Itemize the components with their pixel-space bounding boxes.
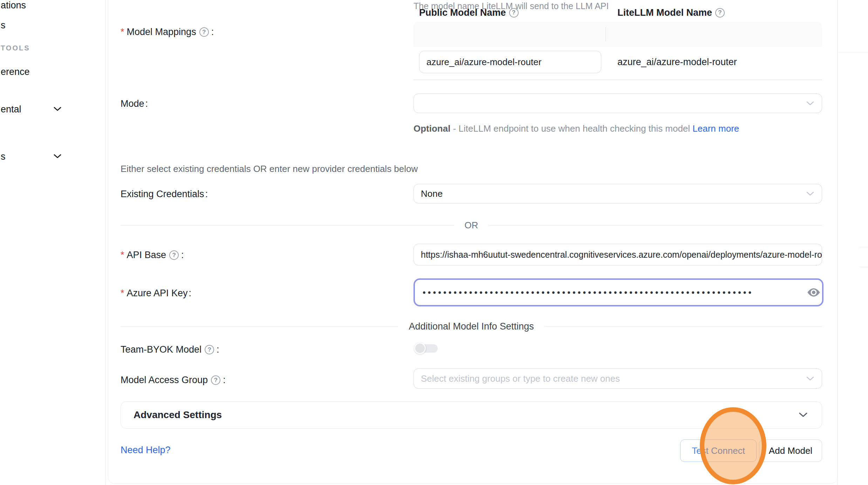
azure-api-key-label: * Azure API Key : (121, 288, 191, 299)
chevron-down-icon[interactable] (53, 106, 62, 112)
sidebar-item-clipped-2[interactable]: s (1, 20, 6, 31)
required-asterisk: * (121, 288, 124, 299)
mode-label: Mode : (121, 98, 148, 109)
chevron-down-icon (806, 191, 814, 196)
sidebar-item-clipped-5[interactable]: s (1, 151, 6, 162)
required-asterisk: * (121, 27, 124, 37)
toggle-knob (414, 342, 426, 354)
help-circle-icon[interactable]: ? (169, 250, 179, 260)
public-model-name-input[interactable]: azure_ai/azure-model-router (419, 51, 601, 73)
add-model-button[interactable]: Add Model (759, 439, 822, 462)
info-settings-divider: Additional Model Info Settings (121, 321, 822, 332)
existing-credentials-label: Existing Credentials : (121, 189, 208, 200)
info-settings-divider-text: Additional Model Info Settings (409, 321, 534, 332)
model-access-group-select[interactable]: Select existing groups or type to create… (414, 368, 822, 389)
chevron-down-icon (806, 376, 814, 381)
learn-more-link[interactable]: Learn more (692, 123, 739, 134)
model-access-group-label: Model Access Group ? : (121, 375, 226, 386)
azure-api-key-input[interactable]: ••••••••••••••••••••••••••••••••••••••••… (414, 278, 823, 306)
chevron-down-icon (799, 412, 808, 418)
sidebar-item-clipped-3[interactable]: erence (1, 67, 30, 77)
table-row-divider (414, 79, 822, 80)
help-circle-icon[interactable]: ? (211, 375, 220, 385)
advanced-settings-title: Advanced Settings (134, 409, 799, 421)
existing-credentials-select[interactable]: None (414, 184, 822, 203)
team-byok-toggle[interactable] (414, 342, 439, 355)
mode-help-text: Optional - LiteLLM endpoint to use when … (414, 122, 757, 136)
need-help-link[interactable]: Need Help? (121, 445, 171, 456)
api-base-label: * API Base ? : (121, 250, 184, 261)
litellm-model-name-value: azure_ai/azure-model-router (617, 57, 737, 68)
masked-api-key: ••••••••••••••••••••••••••••••••••••••••… (423, 278, 753, 306)
chevron-down-icon[interactable] (53, 153, 62, 159)
help-circle-icon[interactable]: ? (715, 8, 725, 18)
model-mappings-label: * Model Mappings ? : (121, 27, 214, 37)
column-separator (606, 27, 606, 41)
background-row-line (859, 267, 868, 267)
column-header-public-model-name: Public Model Name ? (419, 0, 520, 25)
sidebar-section-tools: TOOLS (1, 44, 30, 52)
eye-icon[interactable] (807, 286, 820, 298)
mode-select[interactable] (414, 93, 822, 113)
sidebar-item-clipped-4[interactable]: ental (1, 104, 21, 115)
or-divider-text: OR (465, 220, 478, 231)
mapping-table-header (414, 22, 822, 47)
card-right-border (838, 0, 838, 485)
column-header-litellm-model-name: LiteLLM Model Name ? (617, 0, 726, 25)
api-base-input[interactable]: https://ishaa-mh6uutut-swedencentral.cog… (414, 244, 822, 265)
help-circle-icon[interactable]: ? (199, 27, 209, 37)
credentials-note: Either select existing credentials OR en… (121, 164, 418, 174)
or-divider: OR (121, 220, 822, 231)
chevron-down-icon (806, 101, 814, 106)
team-byok-label: Team-BYOK Model ? : (121, 344, 219, 355)
background-row-line (838, 53, 868, 53)
advanced-settings-panel[interactable]: Advanced Settings (121, 401, 822, 429)
required-asterisk: * (121, 250, 124, 261)
test-connect-button[interactable]: Test Connect (680, 439, 757, 462)
add-model-page: ations s TOOLS erence ental s The model … (0, 0, 868, 485)
sidebar-item-clipped-1[interactable]: ations (1, 0, 26, 11)
help-circle-icon[interactable]: ? (509, 8, 519, 18)
background-row-line (859, 247, 868, 247)
sidebar: ations s TOOLS erence ental s (0, 0, 106, 485)
help-circle-icon[interactable]: ? (205, 345, 214, 354)
